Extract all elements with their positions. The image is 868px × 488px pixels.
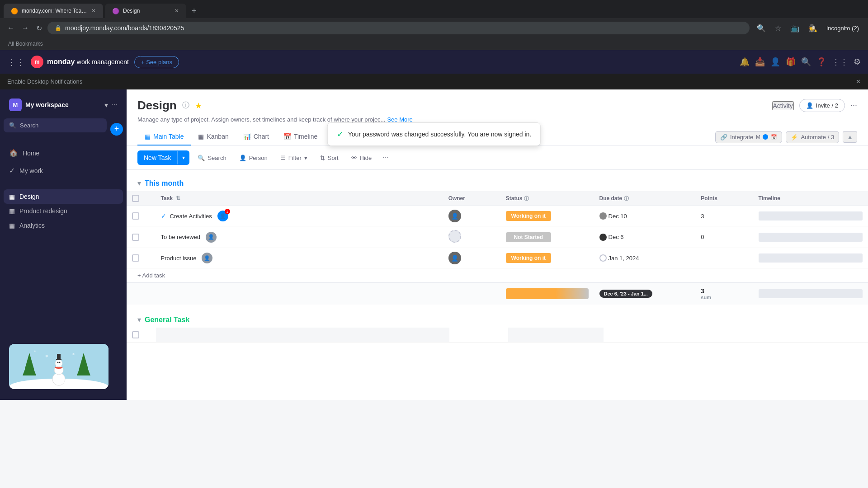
add-task-cell[interactable]: + Add task (127, 268, 868, 283)
sidebar-item-my-work[interactable]: ✓ My work (4, 163, 123, 178)
tab-close-design[interactable]: ✕ (175, 8, 179, 14)
row2-owner-avatar[interactable] (448, 230, 461, 243)
gift-icon[interactable]: 🎁 (786, 57, 796, 67)
points-column-header: Points (695, 191, 753, 206)
inbox-icon[interactable]: 📥 (755, 57, 765, 67)
browser-tab-design[interactable]: 🟣 Design ✕ (105, 4, 186, 18)
see-more-link[interactable]: See More (387, 116, 412, 123)
general-task-title[interactable]: General Task (145, 316, 189, 324)
invite-icon: 👤 (806, 102, 813, 109)
add-task-label[interactable]: + Add task (137, 272, 165, 279)
summary-timeline-cell (753, 283, 868, 305)
settings-icon[interactable]: ⚙ (854, 57, 861, 67)
add-task-row[interactable]: + Add task (127, 268, 868, 283)
status-col-info[interactable]: ⓘ (524, 196, 529, 201)
browser-tab-monday[interactable]: 🟠 monday.com: Where Teams G... ✕ (4, 4, 103, 18)
sidebar-item-analytics[interactable]: ▦ Analytics (4, 218, 123, 233)
new-tab-button[interactable]: + (188, 5, 200, 18)
sidebar-search-bar[interactable]: 🔍 Search (4, 118, 107, 132)
sidebar-item-home[interactable]: 🏠 Home (4, 145, 123, 161)
row1-status-badge[interactable]: Working on it (506, 211, 551, 221)
automate-button[interactable]: ⚡ Automate / 3 (786, 131, 839, 143)
this-month-collapse-icon[interactable]: ▾ (137, 179, 141, 188)
row2-notification-icon[interactable]: 👤 (206, 232, 217, 243)
filter-button[interactable]: ☰ Filter ▾ (276, 152, 312, 164)
board-star-icon[interactable]: ★ (195, 101, 202, 111)
new-task-dropdown-icon[interactable]: ▾ (177, 151, 189, 164)
row2-status-badge[interactable]: Not Started (506, 232, 551, 242)
row1-checkbox[interactable] (132, 212, 139, 220)
more-options-button[interactable]: ··· (850, 101, 857, 110)
collapse-button[interactable]: ▲ (843, 131, 857, 143)
row1-check-icon[interactable]: ✓ (161, 212, 166, 220)
sidebar-item-design[interactable]: ▦ Design (4, 189, 123, 204)
board-info-icon[interactable]: ⓘ (182, 101, 189, 110)
analytics-label: Analytics (19, 222, 118, 229)
tab-timeline[interactable]: 📅 Timeline (276, 128, 325, 145)
row3-notification-icon[interactable]: 👤 (202, 253, 212, 263)
due-date-col-info[interactable]: ⓘ (624, 196, 629, 201)
forward-button[interactable]: → (20, 22, 31, 34)
search-icon[interactable]: 🔍 (801, 57, 811, 67)
header-checkbox[interactable] (132, 195, 139, 202)
hide-icon: 👁 (351, 155, 357, 161)
lens-icon[interactable]: 🔍 (753, 22, 769, 34)
help-icon[interactable]: ❓ (816, 57, 826, 67)
row3-owner-avatar[interactable]: 👤 (448, 252, 461, 264)
refresh-button[interactable]: ↻ (34, 22, 44, 34)
tab-kanban[interactable]: ▦ Kanban (191, 128, 236, 145)
new-task-label[interactable]: New Task (137, 150, 177, 165)
row2-checkbox[interactable] (132, 234, 139, 241)
profile-icon[interactable]: 👤 (770, 57, 780, 67)
activity-button[interactable]: Activity (772, 101, 794, 110)
incognito-label[interactable]: Incognito (2) (823, 23, 863, 33)
row2-status-cell: Not Started (500, 226, 594, 248)
select-all-checkbox[interactable] (127, 191, 156, 206)
back-button[interactable]: ← (5, 22, 16, 34)
sidebar-item-product-redesign[interactable]: ▦ Product redesign (4, 204, 123, 218)
row1-status-cell: Working on it (500, 206, 594, 226)
tab-main-table[interactable]: ▦ Main Table (137, 128, 191, 145)
invite-button[interactable]: 👤 Invite / 2 (799, 99, 845, 112)
sort-button[interactable]: ⇅ Sort (316, 152, 343, 164)
search-button[interactable]: 🔍 Search (193, 152, 231, 164)
apps-icon[interactable]: ⋮⋮ (7, 56, 25, 67)
integrate-button[interactable]: 🔗 Integrate M 📅 (715, 131, 783, 143)
general-task-collapse-icon[interactable]: ▾ (137, 315, 141, 324)
sidebar-add-button[interactable]: + (110, 123, 123, 136)
person-filter-button[interactable]: 👤 Person (235, 152, 272, 164)
this-month-table: Task ⇅ Owner Status ⓘ Due date ⓘ (127, 191, 868, 305)
sidebar-boards-section: ▦ Design ▦ Product redesign ▦ Analytics (4, 189, 123, 233)
incognito-icon[interactable]: 🕵 (805, 22, 821, 34)
row2-timeline-cell (753, 226, 868, 248)
notification-close[interactable]: ✕ (856, 78, 861, 85)
partial-timeline-cell (750, 328, 868, 343)
tab-close-monday[interactable]: ✕ (91, 8, 96, 14)
see-plans-button[interactable]: + See plans (134, 56, 179, 68)
logo-icon: m (31, 56, 43, 68)
svg-point-8 (55, 360, 62, 367)
cast-icon[interactable]: 📺 (787, 22, 803, 34)
row1-notification-icon[interactable]: 👤1 (217, 211, 228, 221)
bookmarks-label[interactable]: All Bookmarks (5, 40, 46, 48)
new-task-button[interactable]: New Task ▾ (137, 150, 189, 165)
logo-text: monday work management (47, 58, 129, 66)
hide-button[interactable]: 👁 Hide (347, 152, 377, 164)
address-bar[interactable]: 🔒 moodjoy.monday.com/boards/1830420525 (47, 22, 750, 34)
workspace-more-icon[interactable]: ··· (112, 101, 118, 109)
apps-grid-icon[interactable]: ⋮⋮ (832, 57, 848, 67)
row3-status-badge[interactable]: Working on it (506, 253, 551, 263)
partial-checkbox[interactable] (132, 331, 139, 338)
this-month-title[interactable]: This month (145, 179, 184, 188)
tab-chart[interactable]: 📊 Chart (236, 128, 276, 145)
row3-checkbox[interactable] (132, 254, 139, 262)
notification-icon[interactable]: 🔔 (740, 57, 750, 67)
task-col-resize[interactable]: ⇅ (176, 195, 180, 202)
logo: m monday work management (31, 56, 129, 68)
row1-owner-avatar[interactable]: 👤 (448, 210, 461, 222)
star-icon[interactable]: ☆ (771, 22, 785, 34)
general-task-group-header: ▾ General Task (127, 312, 868, 328)
table-row: ✓ Create Activities 👤1 👤 (127, 206, 868, 226)
workspace-expand-icon[interactable]: ▾ (104, 101, 108, 109)
toolbar-more-button[interactable]: ··· (380, 151, 391, 164)
